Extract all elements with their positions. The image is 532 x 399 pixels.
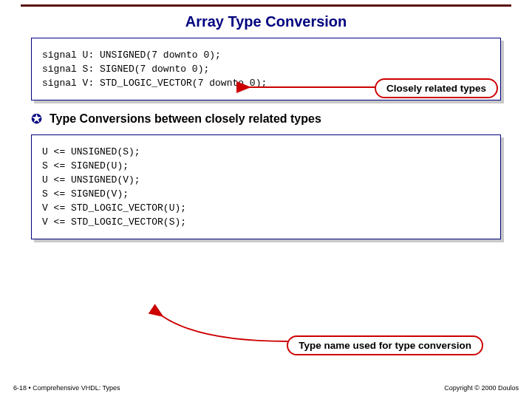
type-conversion-box: U <= UNSIGNED(S); S <= SIGNED(U); U <= U…: [31, 134, 501, 239]
slide-title: Array Type Conversion: [0, 13, 532, 30]
bullet-icon: ✪: [31, 111, 42, 127]
code-line: S <= SIGNED(V);: [42, 189, 490, 199]
footer: 6-18 • Comprehensive VHDL: Types Copyrig…: [13, 384, 519, 392]
bullet-row: ✪ Type Conversions between closely relat…: [31, 111, 532, 127]
code-line: signal S: SIGNED(7 downto 0);: [42, 64, 490, 74]
code-line: S <= SIGNED(U);: [42, 161, 490, 171]
bullet-text: Type Conversions between closely related…: [50, 112, 321, 126]
footer-right: Copyright © 2000 Doulos: [444, 384, 519, 392]
callout-type-name-conversion: Type name used for type conversion: [287, 335, 483, 355]
callout-closely-related-types: Closely related types: [375, 78, 498, 98]
code-line: U <= UNSIGNED(V);: [42, 175, 490, 185]
arrow-type-name: [155, 310, 303, 344]
footer-left: 6-18 • Comprehensive VHDL: Types: [13, 384, 120, 392]
top-rule: [21, 4, 511, 7]
code-line: U <= UNSIGNED(S);: [42, 147, 490, 157]
code-line: V <= STD_LOGIC_VECTOR(U);: [42, 203, 490, 213]
code-line: V <= STD_LOGIC_VECTOR(S);: [42, 217, 490, 227]
code-line: signal U: UNSIGNED(7 downto 0);: [42, 50, 490, 60]
